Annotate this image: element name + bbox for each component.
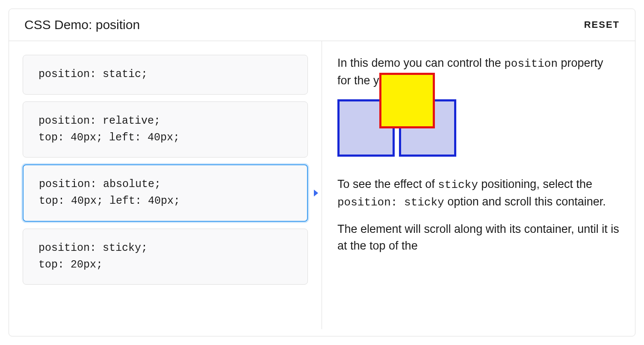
output-panel[interactable]: In this demo you can control the positio… <box>322 41 635 329</box>
option-relative[interactable]: position: relative; top: 40px; left: 40p… <box>23 101 308 158</box>
option-absolute[interactable]: position: absolute; top: 40px; left: 40p… <box>23 164 308 222</box>
option-code: position: absolute; top: 40px; left: 40p… <box>39 178 180 207</box>
text-span: option and scroll this container. <box>444 195 606 208</box>
option-code: position: sticky; top: 20px; <box>38 242 148 271</box>
yellow-box <box>379 73 435 128</box>
option-code: position: static; <box>38 68 148 80</box>
text-span: In this demo you can control the <box>337 57 504 69</box>
reset-button[interactable]: RESET <box>584 19 620 30</box>
selected-indicator-icon <box>314 190 318 196</box>
box-demo-area <box>337 99 620 157</box>
code-inline: position: sticky <box>337 196 444 209</box>
output-paragraph-2: To see the effect of sticky positioning,… <box>337 176 620 211</box>
option-static[interactable]: position: static; <box>23 55 308 95</box>
output-paragraph-3: The element will scroll along with its c… <box>337 221 620 254</box>
option-code: position: relative; top: 40px; left: 40p… <box>38 115 180 144</box>
code-inline: position <box>504 57 558 70</box>
option-sticky[interactable]: position: sticky; top: 20px; <box>23 229 308 285</box>
demo-body: position: static; position: relative; to… <box>9 41 635 329</box>
demo-container: CSS Demo: position RESET position: stati… <box>9 9 635 336</box>
demo-title: CSS Demo: position <box>24 18 140 32</box>
text-span: To see the effect of <box>337 178 438 190</box>
options-panel: position: static; position: relative; to… <box>9 41 322 329</box>
demo-header: CSS Demo: position RESET <box>9 9 635 41</box>
text-span: positioning, select the <box>478 178 592 190</box>
code-inline: sticky <box>438 178 478 191</box>
